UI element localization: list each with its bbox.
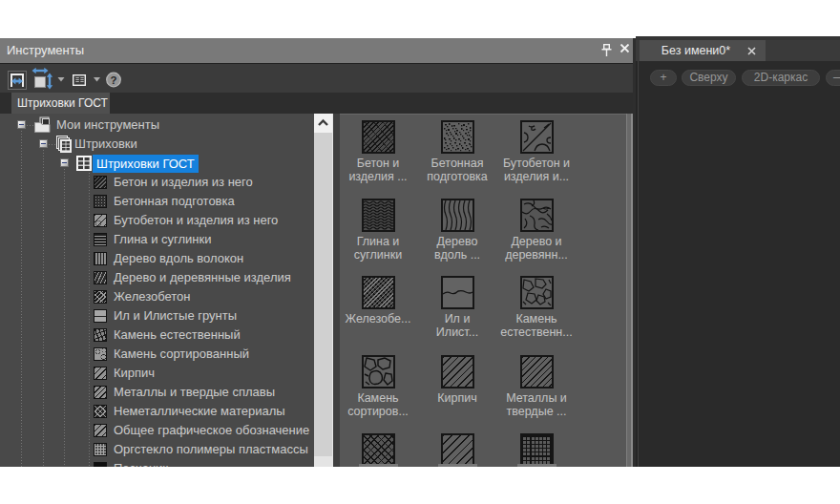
svg-text:?: ? — [110, 74, 116, 86]
